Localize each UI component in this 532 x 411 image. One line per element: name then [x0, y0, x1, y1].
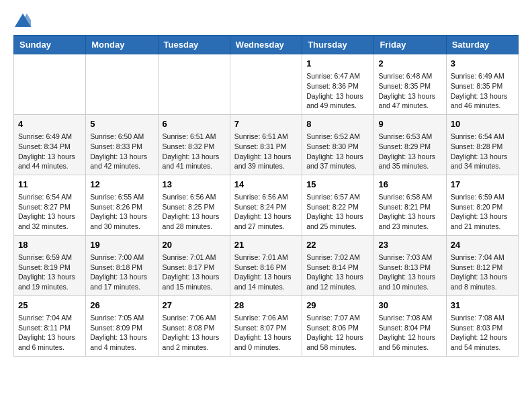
- calendar-week-row: 18Sunrise: 6:59 AM Sunset: 8:19 PM Dayli…: [14, 235, 519, 295]
- day-number: 10: [451, 118, 514, 130]
- weekday-header-sunday: Sunday: [14, 36, 86, 54]
- calendar-cell: 27Sunrise: 7:06 AM Sunset: 8:08 PM Dayli…: [158, 295, 230, 356]
- day-number: 30: [378, 300, 441, 312]
- calendar-cell: [158, 54, 230, 115]
- day-number: 19: [90, 239, 153, 251]
- day-content: Sunrise: 6:50 AM Sunset: 8:33 PM Dayligh…: [90, 132, 153, 171]
- calendar-cell: 5Sunrise: 6:50 AM Sunset: 8:33 PM Daylig…: [86, 114, 158, 175]
- day-number: 27: [163, 300, 226, 312]
- calendar-cell: [230, 54, 302, 115]
- day-content: Sunrise: 6:59 AM Sunset: 8:19 PM Dayligh…: [18, 253, 81, 292]
- day-number: 16: [378, 179, 441, 191]
- weekday-header-thursday: Thursday: [302, 36, 374, 54]
- calendar-cell: 4Sunrise: 6:49 AM Sunset: 8:34 PM Daylig…: [14, 114, 86, 175]
- calendar-cell: 10Sunrise: 6:54 AM Sunset: 8:28 PM Dayli…: [446, 114, 518, 175]
- day-number: 15: [306, 179, 369, 191]
- day-number: 8: [306, 118, 369, 130]
- weekday-header-saturday: Saturday: [446, 36, 518, 54]
- calendar-week-row: 11Sunrise: 6:54 AM Sunset: 8:27 PM Dayli…: [14, 175, 519, 235]
- day-content: Sunrise: 6:55 AM Sunset: 8:26 PM Dayligh…: [90, 192, 153, 232]
- calendar-cell: 11Sunrise: 6:54 AM Sunset: 8:27 PM Dayli…: [14, 175, 86, 235]
- calendar-cell: 30Sunrise: 7:08 AM Sunset: 8:04 PM Dayli…: [374, 295, 446, 356]
- calendar-cell: 6Sunrise: 6:51 AM Sunset: 8:32 PM Daylig…: [158, 114, 230, 175]
- day-content: Sunrise: 7:05 AM Sunset: 8:09 PM Dayligh…: [90, 313, 153, 353]
- weekday-header-row: SundayMondayTuesdayWednesdayThursdayFrid…: [14, 36, 519, 54]
- calendar-cell: 31Sunrise: 7:08 AM Sunset: 8:03 PM Dayli…: [446, 295, 518, 356]
- day-number: 14: [234, 179, 298, 191]
- day-content: Sunrise: 6:53 AM Sunset: 8:29 PM Dayligh…: [378, 132, 441, 171]
- day-number: 5: [90, 118, 153, 130]
- day-number: 25: [18, 300, 81, 312]
- day-content: Sunrise: 6:56 AM Sunset: 8:24 PM Dayligh…: [234, 192, 298, 232]
- day-content: Sunrise: 6:57 AM Sunset: 8:22 PM Dayligh…: [306, 192, 369, 232]
- weekday-header-wednesday: Wednesday: [230, 36, 302, 54]
- calendar-cell: 20Sunrise: 7:01 AM Sunset: 8:17 PM Dayli…: [158, 235, 230, 295]
- day-number: 9: [378, 118, 441, 130]
- calendar-week-row: 1Sunrise: 6:47 AM Sunset: 8:36 PM Daylig…: [14, 54, 519, 115]
- day-number: 6: [163, 118, 226, 130]
- day-number: 11: [18, 179, 81, 191]
- day-number: 22: [306, 239, 369, 251]
- day-number: 18: [18, 239, 81, 251]
- calendar-cell: 8Sunrise: 6:52 AM Sunset: 8:30 PM Daylig…: [302, 114, 374, 175]
- day-number: 12: [90, 179, 153, 191]
- day-content: Sunrise: 7:07 AM Sunset: 8:06 PM Dayligh…: [306, 313, 369, 353]
- day-number: 24: [451, 239, 514, 251]
- calendar-cell: 18Sunrise: 6:59 AM Sunset: 8:19 PM Dayli…: [14, 235, 86, 295]
- header: [13, 13, 519, 24]
- day-number: 17: [451, 179, 514, 191]
- calendar-cell: [14, 54, 86, 115]
- day-content: Sunrise: 7:08 AM Sunset: 8:04 PM Dayligh…: [378, 313, 441, 353]
- calendar-cell: 24Sunrise: 7:04 AM Sunset: 8:12 PM Dayli…: [446, 235, 518, 295]
- day-number: 1: [306, 58, 369, 70]
- calendar-cell: [86, 54, 158, 115]
- day-content: Sunrise: 7:06 AM Sunset: 8:08 PM Dayligh…: [163, 313, 226, 353]
- day-number: 7: [234, 118, 298, 130]
- calendar-cell: 16Sunrise: 6:58 AM Sunset: 8:21 PM Dayli…: [374, 175, 446, 235]
- day-content: Sunrise: 6:54 AM Sunset: 8:28 PM Dayligh…: [451, 132, 514, 171]
- day-content: Sunrise: 6:52 AM Sunset: 8:30 PM Dayligh…: [306, 132, 369, 171]
- calendar-cell: 7Sunrise: 6:51 AM Sunset: 8:31 PM Daylig…: [230, 114, 302, 175]
- day-content: Sunrise: 7:01 AM Sunset: 8:16 PM Dayligh…: [234, 253, 298, 292]
- day-content: Sunrise: 7:00 AM Sunset: 8:18 PM Dayligh…: [90, 253, 153, 292]
- calendar-cell: 29Sunrise: 7:07 AM Sunset: 8:06 PM Dayli…: [302, 295, 374, 356]
- calendar-table: SundayMondayTuesdayWednesdayThursdayFrid…: [13, 35, 519, 357]
- calendar-cell: 22Sunrise: 7:02 AM Sunset: 8:14 PM Dayli…: [302, 235, 374, 295]
- calendar-cell: 3Sunrise: 6:49 AM Sunset: 8:35 PM Daylig…: [446, 54, 518, 115]
- day-number: 23: [378, 239, 441, 251]
- calendar-week-row: 4Sunrise: 6:49 AM Sunset: 8:34 PM Daylig…: [14, 114, 519, 175]
- day-content: Sunrise: 6:56 AM Sunset: 8:25 PM Dayligh…: [163, 192, 226, 232]
- day-content: Sunrise: 7:03 AM Sunset: 8:13 PM Dayligh…: [378, 253, 441, 292]
- day-content: Sunrise: 6:51 AM Sunset: 8:31 PM Dayligh…: [234, 132, 298, 171]
- day-content: Sunrise: 6:51 AM Sunset: 8:32 PM Dayligh…: [163, 132, 226, 171]
- day-content: Sunrise: 6:48 AM Sunset: 8:35 PM Dayligh…: [378, 71, 441, 111]
- calendar-week-row: 25Sunrise: 7:04 AM Sunset: 8:11 PM Dayli…: [14, 295, 519, 356]
- day-content: Sunrise: 7:04 AM Sunset: 8:11 PM Dayligh…: [18, 313, 81, 353]
- calendar-cell: 1Sunrise: 6:47 AM Sunset: 8:36 PM Daylig…: [302, 54, 374, 115]
- day-content: Sunrise: 6:54 AM Sunset: 8:27 PM Dayligh…: [18, 192, 81, 232]
- calendar-cell: 9Sunrise: 6:53 AM Sunset: 8:29 PM Daylig…: [374, 114, 446, 175]
- logo: [13, 13, 31, 24]
- weekday-header-tuesday: Tuesday: [158, 36, 230, 54]
- day-number: 2: [378, 58, 441, 70]
- day-content: Sunrise: 6:47 AM Sunset: 8:36 PM Dayligh…: [306, 71, 369, 111]
- day-content: Sunrise: 7:08 AM Sunset: 8:03 PM Dayligh…: [451, 313, 514, 353]
- day-number: 3: [451, 58, 514, 70]
- day-content: Sunrise: 6:49 AM Sunset: 8:35 PM Dayligh…: [451, 71, 514, 111]
- day-number: 26: [90, 300, 153, 312]
- day-number: 28: [234, 300, 298, 312]
- calendar-cell: 19Sunrise: 7:00 AM Sunset: 8:18 PM Dayli…: [86, 235, 158, 295]
- calendar-cell: 2Sunrise: 6:48 AM Sunset: 8:35 PM Daylig…: [374, 54, 446, 115]
- day-content: Sunrise: 6:58 AM Sunset: 8:21 PM Dayligh…: [378, 192, 441, 232]
- calendar-cell: 26Sunrise: 7:05 AM Sunset: 8:09 PM Dayli…: [86, 295, 158, 356]
- calendar-cell: 21Sunrise: 7:01 AM Sunset: 8:16 PM Dayli…: [230, 235, 302, 295]
- calendar-cell: 12Sunrise: 6:55 AM Sunset: 8:26 PM Dayli…: [86, 175, 158, 235]
- day-content: Sunrise: 6:59 AM Sunset: 8:20 PM Dayligh…: [451, 192, 514, 232]
- day-number: 4: [18, 118, 81, 130]
- day-content: Sunrise: 7:04 AM Sunset: 8:12 PM Dayligh…: [451, 253, 514, 292]
- weekday-header-monday: Monday: [86, 36, 158, 54]
- day-number: 29: [306, 300, 369, 312]
- calendar-cell: 14Sunrise: 6:56 AM Sunset: 8:24 PM Dayli…: [230, 175, 302, 235]
- calendar-cell: 15Sunrise: 6:57 AM Sunset: 8:22 PM Dayli…: [302, 175, 374, 235]
- day-content: Sunrise: 7:06 AM Sunset: 8:07 PM Dayligh…: [234, 313, 298, 353]
